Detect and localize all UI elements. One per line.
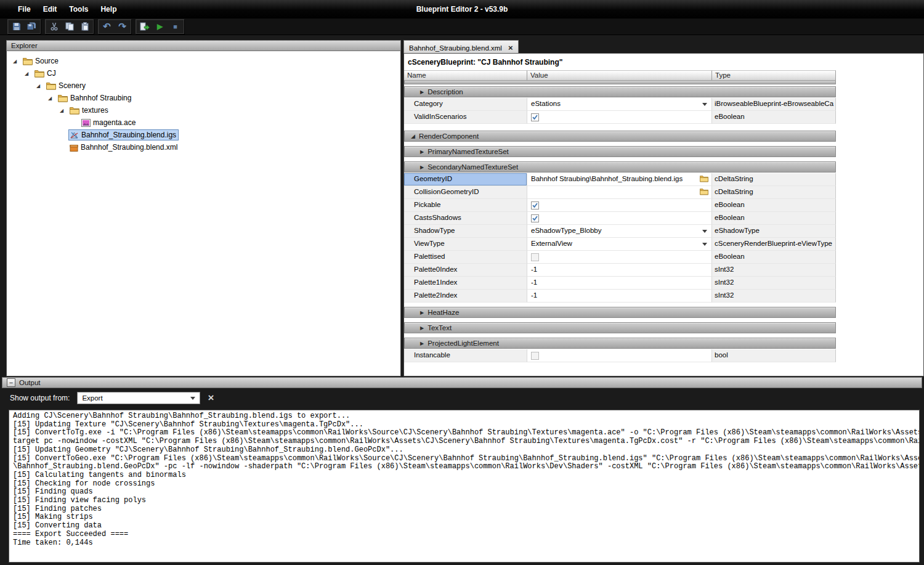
console-line: [15] Making strips	[13, 513, 915, 522]
tree-item-bahnhof-straubing-blend-xml[interactable]: Bahnhof_Straubing.blend.xml	[7, 141, 400, 153]
toolbar-button-save[interactable]	[9, 20, 24, 33]
group-row-description[interactable]: ▶Description	[404, 86, 836, 97]
property-value-text: Bahnhof Straubing\Bahnhof_Straubing.blen…	[531, 175, 683, 182]
menu-tools[interactable]: Tools	[63, 3, 94, 15]
save-all-icon	[27, 22, 36, 31]
toolbar-button-redo[interactable]: ↷	[115, 20, 130, 33]
console-line: [15] Updating Geometry "CJ\Scenery\Bahnh…	[13, 446, 915, 455]
tree-item-magenta-ace[interactable]: magenta.ace	[7, 116, 400, 129]
dropdown-arrow-icon[interactable]	[702, 243, 707, 246]
folder-icon	[23, 57, 33, 65]
output-console: Adding CJ\Scenery\Bahnhof Straubing\Bahn…	[9, 410, 920, 563]
checkbox[interactable]	[531, 201, 539, 209]
tree-item-content: CJ	[34, 68, 58, 78]
property-name-cell[interactable]: Category	[404, 98, 527, 111]
checkbox[interactable]	[531, 113, 539, 121]
property-name-cell[interactable]: ViewType	[404, 238, 527, 251]
toolbar-button-undo[interactable]: ↶	[99, 20, 115, 33]
property-name-cell[interactable]: GeometryID	[404, 173, 527, 186]
toolbar-button-run[interactable]: ▶	[152, 20, 168, 33]
tree-item-source[interactable]: ◢Source	[7, 55, 400, 67]
property-value-text: -1	[531, 278, 537, 286]
property-value-cell[interactable]: -1	[527, 290, 712, 303]
output-filter-label: Show output from:	[10, 394, 70, 402]
tab-bar: Bahnhof_Straubing.blend.xml ×	[403, 40, 924, 53]
group-row-primarynamedtextureset[interactable]: ▶PrimaryNamedTextureSet	[404, 146, 836, 157]
property-value-cell[interactable]: eShadowType_Blobby	[527, 225, 712, 238]
toolbar-button-copy[interactable]	[62, 20, 77, 33]
collapse-output-button[interactable]: −	[7, 378, 15, 387]
property-value-cell[interactable]: Bahnhof Straubing\Bahnhof_Straubing.blen…	[527, 173, 712, 186]
property-name-cell[interactable]: ShadowType	[404, 225, 527, 238]
property-value-cell[interactable]: ExternalView	[527, 238, 712, 251]
property-name-cell[interactable]: Instancable	[404, 349, 527, 362]
property-name-cell[interactable]: Palette2Index	[404, 290, 527, 303]
expand-icon: ▶	[420, 165, 424, 170]
column-header-type[interactable]: Type	[712, 70, 836, 81]
tree-item-textures[interactable]: ◢textures	[7, 104, 400, 116]
checkbox[interactable]	[531, 214, 539, 222]
property-value-cell[interactable]	[527, 349, 712, 362]
clear-output-button[interactable]: ×	[208, 393, 214, 403]
expand-icon: ▶	[420, 89, 424, 95]
toolbar-button-save-all[interactable]	[24, 20, 39, 33]
property-value-cell[interactable]	[527, 186, 712, 199]
property-name-cell[interactable]: CollisionGeometryID	[404, 186, 527, 199]
group-row-heathaze[interactable]: ▶HeatHaze	[404, 307, 836, 318]
property-name-cell[interactable]: Pickable	[404, 199, 527, 212]
property-value-cell[interactable]	[527, 199, 712, 212]
tab-close-icon[interactable]: ×	[508, 44, 513, 51]
group-row-projectedlightelement[interactable]: ▶ProjectedLightElement	[404, 338, 836, 349]
tree-expander-icon[interactable]: ◢	[36, 83, 46, 89]
tree-item-content: Scenery	[46, 81, 87, 91]
property-value-cell[interactable]	[527, 111, 712, 124]
column-header-name[interactable]: Name	[404, 70, 527, 81]
group-label: ProjectedLightElement	[428, 339, 499, 347]
browse-folder-icon[interactable]	[700, 175, 708, 184]
toolbar-button-cut[interactable]	[46, 20, 62, 33]
toolbar-button-export[interactable]	[137, 20, 152, 33]
dropdown-arrow-icon[interactable]	[702, 103, 707, 106]
output-source-select[interactable]: Export	[77, 392, 200, 404]
menu-file[interactable]: File	[12, 3, 36, 15]
property-value-cell[interactable]	[527, 251, 712, 264]
export-icon	[140, 22, 150, 31]
group-row-rendercomponent[interactable]: ◢RenderComponent	[404, 131, 836, 142]
tree-item-bahnhof-straubing[interactable]: ◢Bahnhof Straubing	[7, 92, 400, 104]
property-name-cell[interactable]: Palette1Index	[404, 277, 527, 290]
property-type-cell: eBoolean	[712, 199, 836, 212]
menu-edit[interactable]: Edit	[38, 3, 63, 15]
property-name-cell[interactable]: Palettised	[404, 251, 527, 264]
group-row-textext[interactable]: ▶TexText	[404, 322, 836, 333]
tree-item-cj[interactable]: ◢CJ	[7, 67, 400, 79]
tree-expander-icon[interactable]: ◢	[48, 96, 57, 101]
toolbar-button-paste[interactable]	[77, 20, 92, 33]
browse-folder-icon[interactable]	[700, 188, 708, 197]
property-value-cell[interactable]: -1	[527, 264, 712, 277]
column-header-value[interactable]: Value	[527, 70, 712, 81]
tab-bahnhof-straubing-blend-xml[interactable]: Bahnhof_Straubing.blend.xml ×	[403, 40, 519, 53]
expand-icon: ▶	[420, 341, 424, 346]
property-row-collisiongeometryid: CollisionGeometryIDcDeltaString	[404, 186, 836, 199]
property-value-cell[interactable]: eStations	[527, 98, 712, 111]
property-value-text: ExternalView	[531, 240, 572, 247]
property-value-cell[interactable]	[527, 212, 712, 225]
dropdown-arrow-icon[interactable]	[702, 230, 707, 233]
tree-expander-icon[interactable]: ◢	[60, 108, 69, 113]
tree-item-scenery[interactable]: ◢Scenery	[7, 79, 400, 92]
toolbar-button-stop[interactable]: ■	[168, 20, 183, 33]
tree-expander-icon[interactable]: ◢	[13, 59, 22, 64]
property-value-cell[interactable]: -1	[527, 277, 712, 290]
menu-help[interactable]: Help	[95, 3, 122, 15]
output-panel: − Output Show output from: Export × Addi…	[0, 377, 924, 565]
checkbox[interactable]	[531, 253, 539, 261]
checkbox[interactable]	[531, 352, 539, 360]
group-row-secondarynamedtextureset[interactable]: ▶SecondaryNamedTextureSet	[404, 161, 836, 173]
console-line: ==== Export Succeeded ====	[13, 530, 915, 539]
property-name-cell[interactable]: Palette0Index	[404, 264, 527, 277]
property-value-text: -1	[531, 266, 537, 273]
property-name-cell[interactable]: CastsShadows	[404, 212, 527, 225]
property-name-cell[interactable]: ValidInScenarios	[404, 111, 527, 124]
tree-expander-icon[interactable]: ◢	[25, 71, 34, 76]
tree-item-bahnhof-straubing-blend-igs[interactable]: Bahnhof_Straubing.blend.igs	[7, 129, 400, 141]
